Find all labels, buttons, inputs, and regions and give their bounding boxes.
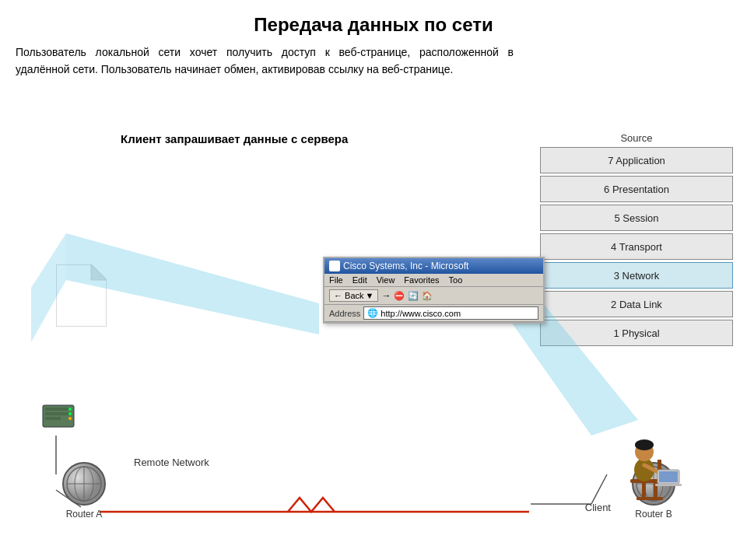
router-b-label: Router B xyxy=(635,509,672,520)
svg-point-34 xyxy=(635,439,654,450)
address-input[interactable]: 🌐 http://www.cisco.com xyxy=(363,306,538,320)
page-title: Передача данных по сети xyxy=(0,0,747,44)
osi-layer-2: 2 Data Link xyxy=(540,291,733,317)
browser-window: Cisco Systems, Inc - Microsoft File Edit… xyxy=(323,257,545,324)
menu-favorites[interactable]: Favorites xyxy=(404,275,439,285)
browser-icon xyxy=(329,261,340,271)
home-icon[interactable]: 🏠 xyxy=(422,291,433,301)
menu-file[interactable]: File xyxy=(329,275,343,285)
svg-rect-11 xyxy=(45,408,72,411)
svg-point-15 xyxy=(68,412,72,415)
svg-point-14 xyxy=(68,408,72,411)
switch-device xyxy=(39,401,78,439)
svg-rect-37 xyxy=(659,471,678,482)
osi-panel: Source 7 Application 6 Presentation 5 Se… xyxy=(540,132,733,348)
router-a: Router A xyxy=(61,460,107,520)
refresh-icon[interactable]: 🔄 xyxy=(408,291,419,301)
subtitle-text: Клиент запрашивает данные с сервера xyxy=(121,132,348,145)
forward-icon[interactable]: → xyxy=(381,290,391,301)
back-button[interactable]: ← Back ▼ xyxy=(329,289,378,302)
document-icon xyxy=(56,264,107,327)
svg-rect-13 xyxy=(45,417,61,420)
remote-network-label: Remote Network xyxy=(134,457,209,468)
client-label: Client xyxy=(585,502,611,513)
browser-toolbar: ← Back ▼ → ⛔ 🔄 🏠 xyxy=(324,287,543,305)
svg-point-16 xyxy=(68,417,72,420)
svg-line-9 xyxy=(591,474,607,504)
osi-layer-1: 1 Physical xyxy=(540,320,733,346)
svg-rect-28 xyxy=(642,483,646,499)
browser-title: Cisco Systems, Inc - Microsoft xyxy=(343,261,468,271)
osi-layer-4: 4 Transport xyxy=(540,233,733,260)
svg-marker-1 xyxy=(91,264,107,280)
menu-tools[interactable]: Too xyxy=(449,275,463,285)
router-a-label: Router A xyxy=(66,509,103,520)
client-person xyxy=(615,417,685,506)
osi-layer-5: 5 Session xyxy=(540,205,733,231)
osi-source-label: Source xyxy=(540,132,733,144)
address-label: Address xyxy=(329,309,360,318)
osi-layer-7: 7 Application xyxy=(540,147,733,173)
menu-edit[interactable]: Edit xyxy=(352,275,367,285)
description-text: Пользователь локальной сети хочет получи… xyxy=(0,44,529,79)
svg-rect-30 xyxy=(637,497,663,500)
osi-layer-6: 6 Presentation xyxy=(540,176,733,202)
browser-titlebar: Cisco Systems, Inc - Microsoft xyxy=(324,258,543,274)
browser-addressbar: Address 🌐 http://www.cisco.com xyxy=(324,305,543,322)
osi-layer-3: 3 Network xyxy=(540,262,733,289)
svg-rect-38 xyxy=(655,484,682,486)
url-text: http://www.cisco.com xyxy=(381,309,461,318)
browser-menubar: File Edit View Favorites Too xyxy=(324,274,543,287)
svg-rect-12 xyxy=(45,412,72,415)
menu-view[interactable]: View xyxy=(377,275,395,285)
stop-icon[interactable]: ⛔ xyxy=(394,291,405,301)
